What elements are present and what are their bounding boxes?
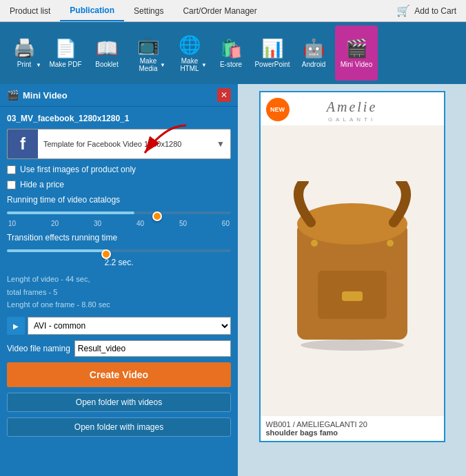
info-line1: Lenght of video - 44 sec, [7, 273, 231, 286]
svg-point-5 [311, 240, 318, 247]
tool-estore[interactable]: 🛍️ E-store [211, 25, 251, 81]
template-dropdown[interactable]: f Template for Facebook Video 1280x1280 … [7, 129, 231, 159]
file-naming-row: Video file naming [7, 340, 231, 357]
product-id: WB001 / AMELIEGALANTI 20 [266, 420, 438, 428]
transition-time-section: Transition effects running time 2.2 sec. [7, 233, 231, 267]
bag-image-area [261, 125, 444, 415]
tool-powerpoint[interactable]: 📊 PowerPoint [252, 25, 292, 81]
tool-make-pdf[interactable]: 📄 Make PDF [45, 25, 85, 81]
estore-icon: 🛍️ [220, 38, 242, 59]
preview-area: NEW Amelie GALANTI [238, 84, 466, 476]
checkbox-first-images[interactable] [7, 165, 16, 174]
svg-rect-4 [342, 291, 363, 301]
dialog-header: 🎬 Mini Video ✕ [0, 84, 238, 107]
checkbox-hide-price-label: Hide a price [20, 180, 64, 189]
android-icon: 🤖 [303, 38, 325, 59]
svg-point-7 [301, 340, 404, 351]
checkbox-hide-price[interactable] [7, 180, 16, 189]
running-time-section: Running time of video catalogs 10 20 30 … [7, 195, 231, 227]
html-arrow-icon: ▼ [201, 62, 207, 68]
mini-video-icon: 🎬 [345, 38, 367, 59]
format-row: ▶ AVI - common MP4 WMV MOV [7, 317, 231, 335]
new-badge: NEW [266, 98, 290, 121]
pdf-icon: 📄 [54, 38, 77, 59]
open-images-button[interactable]: Open folder with images [7, 417, 231, 437]
dialog-body: 03_MV_facebook_1280x1280_1 f Template fo… [0, 107, 238, 476]
menu-cart-order[interactable]: Cart/Order Manager [173, 0, 266, 21]
product-name: shoulder bags famo [266, 428, 438, 437]
dialog-title-icon: 🎬 [7, 90, 19, 101]
format-select[interactable]: AVI - common MP4 WMV MOV [28, 317, 231, 335]
open-videos-button[interactable]: Open folder with videos [7, 393, 231, 412]
bag-svg [283, 181, 421, 360]
menu-publication[interactable]: Publication [60, 0, 124, 21]
preview-footer: WB001 / AMELIEGALANTI 20 shoulder bags f… [261, 415, 444, 441]
running-time-label: Running time of video catalogs [7, 195, 231, 205]
transition-time-slider[interactable] [7, 245, 231, 256]
checkbox-first-images-row: Use first images of product only [7, 165, 231, 174]
add-to-cart-button[interactable]: 🛒 Add to Cart [387, 0, 466, 21]
tool-make-media[interactable]: 📺 Make Media ▼ [128, 25, 168, 81]
main-area: 🎬 Mini Video ✕ 03_MV_facebook_1280x1280_… [0, 84, 466, 476]
facebook-icon: f [8, 129, 38, 159]
dialog-close-button[interactable]: ✕ [217, 88, 231, 102]
file-naming-label: Video file naming [7, 344, 70, 353]
video-info: Lenght of video - 44 sec, total frames -… [7, 273, 231, 311]
transition-time-value: 2.2 sec. [7, 258, 231, 267]
mini-video-dialog: 🎬 Mini Video ✕ 03_MV_facebook_1280x1280_… [0, 84, 238, 476]
transition-time-slider-wrapper [7, 245, 231, 256]
create-video-button[interactable]: Create Video [7, 362, 231, 387]
html-icon: 🌐 [179, 34, 201, 56]
template-dropdown-text: Template for Facebook Video 1280x1280 [38, 137, 211, 151]
media-icon: 📺 [137, 34, 159, 56]
menu-product-list[interactable]: Product list [0, 0, 60, 21]
cart-icon: 🛒 [396, 4, 410, 17]
checkbox-first-images-label: Use first images of product only [20, 165, 136, 174]
template-dropdown-arrow-icon: ▼ [211, 139, 230, 149]
file-naming-input[interactable] [74, 340, 231, 357]
print-icon: 🖨️ [13, 38, 35, 59]
tool-print[interactable]: 🖨️ Print ▼ [4, 25, 44, 81]
info-line3: Lenght of one frame - 8.80 sec [7, 298, 231, 311]
tool-make-html[interactable]: 🌐 Make HTML ▼ [170, 25, 210, 81]
booklet-icon: 📖 [96, 38, 118, 59]
media-arrow-icon: ▼ [160, 62, 165, 68]
preview-page: NEW Amelie GALANTI [259, 91, 445, 442]
checkbox-hide-price-row: Hide a price [7, 180, 231, 189]
tool-booklet[interactable]: 📖 Booklet [87, 25, 127, 81]
dialog-title: Mini Video [23, 90, 213, 101]
print-arrow-icon: ▼ [36, 62, 41, 68]
running-time-slider-wrapper [7, 207, 231, 218]
brand-sub: GALANTI [261, 116, 444, 123]
tool-mini-video[interactable]: 🎬 Mini Video [335, 25, 378, 81]
tool-android[interactable]: 🤖 Android [294, 25, 334, 81]
info-line2: total frames - 5 [7, 286, 231, 299]
running-time-slider[interactable] [7, 207, 231, 218]
toolbar: 🖨️ Print ▼ 📄 Make PDF 📖 Booklet 📺 Make M… [0, 22, 466, 84]
svg-point-6 [387, 240, 394, 247]
format-icon: ▶ [7, 317, 25, 335]
transition-time-label: Transition effects running time [7, 233, 231, 242]
powerpoint-icon: 📊 [261, 38, 283, 59]
running-time-ticks: 10 20 30 40 50 60 [7, 220, 231, 227]
template-name-label: 03_MV_facebook_1280x1280_1 [7, 114, 231, 123]
menu-settings[interactable]: Settings [124, 0, 173, 21]
